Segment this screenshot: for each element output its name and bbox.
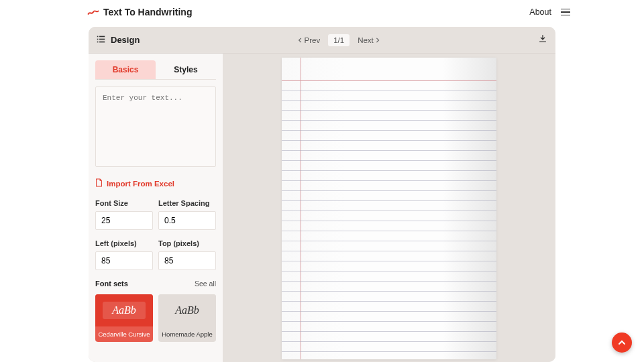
svg-rect-1	[99, 36, 105, 37]
tab-styles[interactable]: Styles	[156, 60, 216, 79]
chevron-left-icon	[298, 38, 303, 43]
svg-rect-0	[97, 36, 99, 37]
top-label: Top (pixels)	[158, 239, 216, 247]
font-sample: AaBb	[103, 302, 146, 319]
svg-rect-3	[99, 38, 105, 40]
prev-label: Prev	[305, 36, 321, 44]
brand[interactable]: Text To Handwriting	[87, 6, 192, 18]
chevron-right-icon	[375, 38, 380, 43]
next-label: Next	[358, 36, 374, 44]
file-icon	[95, 178, 103, 188]
svg-rect-2	[97, 38, 99, 40]
text-input[interactable]	[95, 86, 216, 167]
import-label: Import From Excel	[107, 180, 174, 188]
top-input[interactable]	[158, 251, 216, 270]
list-icon	[97, 35, 105, 46]
design-toolbar: Design Prev 1/1 Next	[89, 27, 555, 54]
paper-preview: // placeholder; lines generated after da…	[282, 58, 496, 359]
tab-basics[interactable]: Basics	[95, 60, 156, 79]
download-button[interactable]	[538, 34, 547, 46]
import-excel-button[interactable]: Import From Excel	[95, 178, 216, 188]
canvas-area: // placeholder; lines generated after da…	[223, 54, 555, 362]
left-input[interactable]	[95, 251, 153, 270]
design-title: Design	[111, 35, 140, 45]
scroll-top-fab[interactable]	[612, 333, 632, 353]
letter-spacing-label: Letter Spacing	[158, 199, 216, 207]
fontsets-title: Font sets	[95, 280, 128, 288]
left-label: Left (pixels)	[95, 239, 153, 247]
font-card-homemade[interactable]: AaBb Homemade Apple	[158, 294, 216, 342]
menu-icon[interactable]	[561, 9, 570, 16]
brand-title: Text To Handwriting	[103, 7, 192, 17]
font-size-label: Font Size	[95, 199, 153, 207]
next-button[interactable]: Next	[352, 34, 386, 46]
prev-button[interactable]: Prev	[292, 34, 326, 46]
see-all-link[interactable]: See all	[195, 280, 216, 288]
font-sample: AaBb	[175, 304, 199, 316]
nav-about[interactable]: About	[529, 7, 551, 17]
svg-rect-5	[99, 41, 105, 42]
brand-logo-icon	[87, 6, 99, 18]
letter-spacing-input[interactable]	[158, 211, 216, 230]
sidebar: Basics Styles Import From Excel Font Siz…	[89, 54, 223, 362]
font-size-input[interactable]	[95, 211, 153, 230]
font-name: Homemade Apple	[158, 326, 216, 342]
font-name: Cedarville Cursive	[95, 326, 153, 342]
app-shell: Design Prev 1/1 Next Basics Styles	[89, 27, 555, 362]
font-card-cedarville[interactable]: AaBb Cedarville Cursive	[95, 294, 153, 342]
page-indicator: 1/1	[328, 34, 350, 46]
chevron-up-icon	[618, 339, 626, 347]
svg-rect-4	[97, 41, 99, 42]
